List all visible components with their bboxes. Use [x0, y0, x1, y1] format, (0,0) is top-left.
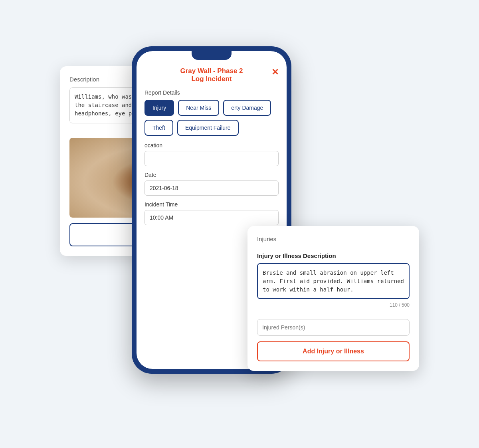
incident-type-theft[interactable]: Theft — [144, 120, 173, 136]
location-label: ocation — [144, 142, 279, 149]
incident-type-injury[interactable]: Injury — [144, 100, 174, 116]
form-section: ocation Date Incident Time — [144, 142, 279, 231]
illness-char-count: 110 / 500 — [257, 302, 410, 308]
incident-type-property-damage[interactable]: erty Damage — [223, 100, 271, 116]
illness-description-label: Injury or Illness Description — [257, 252, 410, 259]
incident-types: Injury Near Miss erty Damage Theft Equip… — [144, 100, 279, 136]
close-button[interactable]: ✕ — [271, 67, 279, 77]
injuries-card: Injuries Injury or Illness Description 1… — [247, 226, 419, 371]
date-label: Date — [144, 172, 279, 178]
incident-type-equipment-failure[interactable]: Equipment Failure — [177, 120, 239, 136]
time-label: Incident Time — [144, 201, 279, 208]
scene: Description // Set textarea value after … — [60, 34, 419, 414]
report-details-label: Report Details — [144, 89, 279, 96]
location-input[interactable] — [144, 151, 279, 166]
date-input[interactable] — [144, 180, 279, 196]
injured-person-input[interactable] — [257, 319, 410, 336]
injuries-title: Injuries — [257, 236, 410, 242]
phone-header: Gray Wall - Phase 2 Log Incident ✕ — [144, 67, 279, 83]
phone-header-subtitle: Log Incident — [144, 75, 279, 83]
time-input[interactable] — [144, 210, 279, 225]
illness-textarea[interactable] — [257, 263, 410, 299]
phone-notch — [192, 51, 232, 60]
phone-header-title: Gray Wall - Phase 2 — [144, 67, 279, 75]
incident-type-near-miss[interactable]: Near Miss — [178, 100, 219, 116]
divider — [257, 249, 410, 249]
add-injury-button[interactable]: Add Injury or Illness — [257, 341, 410, 361]
